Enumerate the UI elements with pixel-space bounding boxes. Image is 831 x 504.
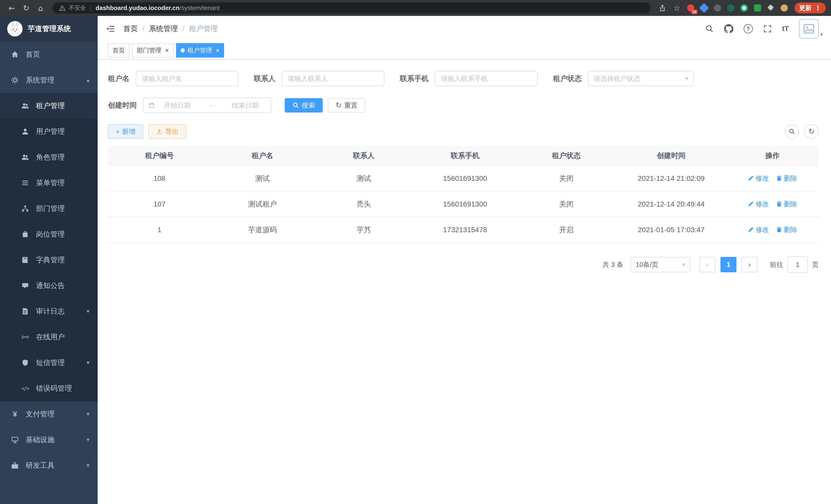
page-number-1[interactable]: 1 [720,257,737,272]
filter-row-1: 租户名 联系人 联系手机 租户状态 请选择租户状态 [108,71,819,86]
date-range-separator: - [199,101,223,110]
sidebar-item-label: 角色管理 [36,152,65,162]
show-search-toggle-button[interactable] [785,124,799,139]
sidebar-item-audit-log[interactable]: 审计日志 ▾ [0,298,98,324]
contact-input[interactable] [282,71,384,86]
share-button[interactable] [656,1,669,14]
export-button-label: 导出 [165,127,179,136]
app-logo[interactable]: 芋道管理系统 [0,16,98,41]
tenant-name-input[interactable] [136,71,238,86]
tab-home[interactable]: 首页 [108,43,130,58]
browser-profile-avatar[interactable] [779,3,790,13]
filter-contact: 联系人 [254,71,384,86]
goto-page-input[interactable] [787,256,808,273]
status-select[interactable]: 请选择租户状态 ▾ [588,71,694,86]
column-header: 租户状态 [516,146,616,166]
add-button[interactable]: + 新增 [108,124,143,139]
export-button[interactable]: 导出 [148,124,186,139]
yen-icon: ¥ [10,410,20,418]
page-size-select[interactable]: 10条/页 ▾ [631,257,690,272]
browser-menu-icon: ⋮ [814,5,821,11]
extension-icon-2[interactable] [699,3,709,13]
delete-link[interactable]: 删除 [776,200,797,209]
bookmark-button[interactable]: ☆ [670,1,684,14]
sidebar-item-menu-management[interactable]: 菜单管理 [0,170,98,196]
sidebar-item-infrastructure[interactable]: 基础设施 ▾ [0,427,98,453]
breadcrumb-home[interactable]: 首页 [123,24,138,34]
browser-reload-button[interactable]: ↻ [20,1,33,14]
sidebar-item-tenant-management[interactable]: 租户管理 [0,93,98,119]
sidebar-fold-icon[interactable] [106,24,115,33]
sidebar-item-payment[interactable]: ¥ 支付管理 ▾ [0,401,98,427]
table-row: 1 芋道源码 芋艿 17321315478 开启 2021-01-05 17:0… [108,217,819,243]
date-end-input[interactable] [224,101,266,110]
url-divider [90,5,91,11]
search-icon [292,102,299,109]
goto-page: 前往 页 [770,256,819,273]
delete-link[interactable]: 删除 [776,174,797,183]
reset-button[interactable]: ↻ 重置 [328,98,365,113]
cell-status: 关闭 [516,166,616,191]
sidebar-item-online-user[interactable]: 在线用户 [0,324,98,350]
list-icon [21,179,30,187]
sidebar-item-role-management[interactable]: 角色管理 [0,144,98,170]
sidebar-item-dev-tools[interactable]: 研发工具 ▾ [0,453,98,478]
shield-icon [21,359,30,366]
cell-tenant-name: 芋道源码 [211,217,314,243]
sidebar-item-home[interactable]: 首页 [0,41,98,67]
sidebar-item-error-code[interactable]: </> 错误码管理 [0,376,98,401]
page-content: 租户名 联系人 联系手机 租户状态 请选择租户状态 [98,60,831,504]
extension-icon-1[interactable]: 10 [686,3,696,13]
top-navbar: 首页 / 系统管理 / 租户管理 ? [98,16,831,41]
sidebar-item-sms-management[interactable]: 短信管理 ▾ [0,350,98,376]
header-search-button[interactable] [705,24,714,33]
date-start-input[interactable] [156,101,198,110]
edit-link[interactable]: 修改 [748,200,769,209]
refresh-table-button[interactable]: ↻ [804,124,819,139]
help-button[interactable]: ? [744,24,753,33]
fullscreen-button[interactable] [763,24,772,33]
tab-tenant-management[interactable]: 租户管理 × [176,43,224,58]
breadcrumb-separator: / [142,25,144,33]
close-tab-icon[interactable]: × [216,47,220,54]
screen: ← ↻ ⌂ 不安全 dashboard.yudao.iocoder.cn/sys… [0,0,831,504]
next-page-button[interactable]: › [742,257,757,272]
edit-link[interactable]: 修改 [748,174,769,183]
sidebar-item-dict-management[interactable]: 字典管理 [0,247,98,273]
extension-badge: 10 [691,9,697,14]
page-number-label: 1 [726,261,730,269]
extension-icon-4[interactable] [726,3,736,13]
prev-page-button[interactable]: ‹ [699,257,715,272]
cell-tenant-id: 107 [108,191,211,217]
extensions-menu-button[interactable] [766,3,776,13]
table-row: 107 测试租户 秃头 15601691300 关闭 2021-12-14 20… [108,191,819,217]
delete-link[interactable]: 删除 [776,225,797,234]
browser-back-button[interactable]: ← [5,1,19,14]
badge-icon [21,230,30,238]
pencil-icon [748,201,754,207]
extension-icon-5[interactable] [739,3,749,13]
sidebar-item-notice[interactable]: 通知公告 [0,273,98,298]
extension-icon-3[interactable] [712,3,722,13]
phone-input[interactable] [435,71,538,86]
sidebar-item-post-management[interactable]: 岗位管理 [0,221,98,247]
date-range-picker[interactable]: - [143,98,271,113]
extension-icon-6[interactable] [752,3,763,13]
address-bar[interactable]: 不安全 dashboard.yudao.iocoder.cn/system/te… [52,2,651,13]
search-button[interactable]: 搜索 [285,98,323,113]
close-tab-icon[interactable]: × [165,47,169,54]
tab-dept-management[interactable]: 部门管理 × [132,43,173,58]
sidebar-item-system[interactable]: 系统管理 ▴ [0,67,98,93]
sidebar-item-user-management[interactable]: 用户管理 [0,119,98,144]
font-size-button[interactable]: tT [782,25,789,33]
sidebar-item-label: 支付管理 [26,409,55,419]
browser-toolbar: ← ↻ ⌂ 不安全 dashboard.yudao.iocoder.cn/sys… [0,0,831,16]
chrome-update-button[interactable]: 更新 ⋮ [795,3,826,13]
sidebar-item-dept-management[interactable]: 部门管理 [0,196,98,221]
user-avatar-menu[interactable]: ▾ [799,19,823,38]
github-button[interactable] [724,24,733,33]
breadcrumb-system[interactable]: 系统管理 [149,24,178,34]
cell-actions: 修改删除 [726,191,819,217]
edit-link[interactable]: 修改 [748,225,769,234]
browser-home-button[interactable]: ⌂ [34,1,47,14]
